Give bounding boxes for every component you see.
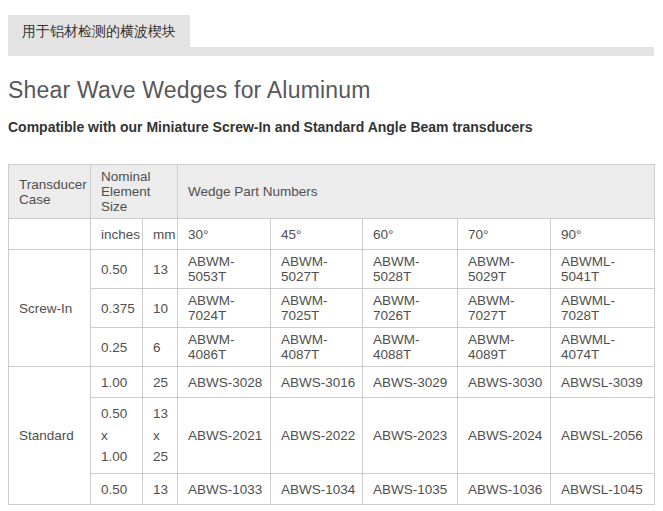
mm-cell: 25 [143, 367, 178, 398]
mm-cell: 13 x 25 [143, 398, 178, 474]
part-number-cell: ABWS-3016 [271, 367, 363, 398]
inches-cell: 0.50 x 1.00 [91, 398, 143, 474]
tab-bar: 用于铝材检测的横波楔块 [8, 15, 654, 56]
header-nominal-element-size: Nominal Element Size [91, 165, 178, 219]
part-number-cell: ABWSL-2056 [551, 398, 655, 474]
part-number-cell: ABWML-7028T [551, 289, 655, 328]
part-number-cell: ABWML-4074T [551, 328, 655, 367]
mm-cell: 13 [143, 474, 178, 505]
header-inches: inches [91, 219, 143, 250]
part-number-cell: ABWSL-1045 [551, 474, 655, 505]
part-number-cell: ABWS-3030 [458, 367, 551, 398]
table-row: Standard 1.00 25 ABWS-3028 ABWS-3016 ABW… [9, 367, 655, 398]
table-row: 0.375 10 ABWM-7024T ABWM-7025T ABWM-7026… [9, 289, 655, 328]
inches-cell: 1.00 [91, 367, 143, 398]
part-number-cell: ABWM-5028T [363, 250, 458, 289]
table-row: 0.50 13 ABWS-1033 ABWS-1034 ABWS-1035 AB… [9, 474, 655, 505]
header-angle-30: 30° [178, 219, 271, 250]
header-angle-60: 60° [363, 219, 458, 250]
part-number-cell: ABWS-3029 [363, 367, 458, 398]
part-number-cell: ABWS-2021 [178, 398, 271, 474]
part-number-cell: ABWM-7024T [178, 289, 271, 328]
part-number-cell: ABWS-1034 [271, 474, 363, 505]
table-row: 0.25 6 ABWM-4086T ABWM-4087T ABWM-4088T … [9, 328, 655, 367]
inches-cell: 0.375 [91, 289, 143, 328]
part-number-cell: ABWS-3028 [178, 367, 271, 398]
part-number-cell: ABWM-4088T [363, 328, 458, 367]
header-transducer-case: Transducer Case [9, 165, 91, 219]
table-row: Screw-In 0.50 13 ABWM-5053T ABWM-5027T A… [9, 250, 655, 289]
wedge-part-numbers-table: Transducer Case Nominal Element Size Wed… [8, 164, 655, 505]
part-number-cell: ABWS-2023 [363, 398, 458, 474]
header-angle-90: 90° [551, 219, 655, 250]
case-screw-in-cell: Screw-In [9, 250, 91, 367]
part-number-cell: ABWS-1036 [458, 474, 551, 505]
part-number-cell: ABWM-4087T [271, 328, 363, 367]
inches-cell: 0.25 [91, 328, 143, 367]
part-number-cell: ABWS-1035 [363, 474, 458, 505]
part-number-cell: ABWSL-3039 [551, 367, 655, 398]
part-number-cell: ABWM-7027T [458, 289, 551, 328]
part-number-cell: ABWM-7026T [363, 289, 458, 328]
header-wedge-part-numbers: Wedge Part Numbers [178, 165, 655, 219]
mm-cell: 6 [143, 328, 178, 367]
part-number-cell: ABWM-5053T [178, 250, 271, 289]
header-empty-cell [9, 219, 91, 250]
page-title: Shear Wave Wedges for Aluminum [8, 77, 663, 104]
case-standard-cell: Standard [9, 367, 91, 505]
part-number-cell: ABWM-4086T [178, 328, 271, 367]
mm-cell: 13 [143, 250, 178, 289]
part-number-cell: ABWS-2024 [458, 398, 551, 474]
header-mm: mm [143, 219, 178, 250]
table-row: 0.50 x 1.00 13 x 25 ABWS-2021 ABWS-2022 … [9, 398, 655, 474]
mm-cell: 10 [143, 289, 178, 328]
part-number-cell: ABWS-1033 [178, 474, 271, 505]
part-number-cell: ABWM-5029T [458, 250, 551, 289]
header-angle-70: 70° [458, 219, 551, 250]
part-number-cell: ABWM-5027T [271, 250, 363, 289]
page-subtitle: Compatible with our Miniature Screw-In a… [8, 119, 663, 135]
inches-cell: 0.50 [91, 250, 143, 289]
inches-cell: 0.50 [91, 474, 143, 505]
part-number-cell: ABWS-2022 [271, 398, 363, 474]
tab-shear-wave-wedges[interactable]: 用于铝材检测的横波楔块 [8, 15, 190, 47]
header-angle-45: 45° [271, 219, 363, 250]
part-number-cell: ABWM-7025T [271, 289, 363, 328]
part-number-cell: ABWM-4089T [458, 328, 551, 367]
tab-bar-strip [8, 47, 654, 56]
part-number-cell: ABWML-5041T [551, 250, 655, 289]
